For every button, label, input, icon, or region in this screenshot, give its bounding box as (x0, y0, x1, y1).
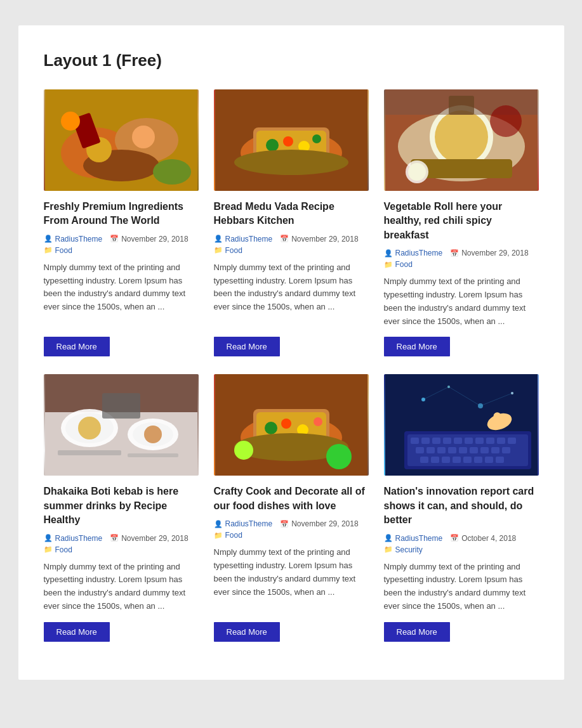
svg-rect-60 (475, 438, 484, 444)
calendar-icon: 📅 (110, 235, 119, 243)
card-category-row-4: 📁Food (44, 545, 199, 554)
svg-point-47 (314, 417, 322, 426)
read-more-button-3[interactable]: Read More (384, 337, 450, 356)
user-icon: 👤 (44, 534, 53, 542)
calendar-icon: 📅 (280, 520, 289, 528)
user-icon: 👤 (44, 235, 53, 243)
card-author-5: RadiusTheme (225, 519, 273, 528)
folder-icon: 📁 (214, 531, 223, 540)
folder-icon: 📁 (384, 545, 393, 554)
card-date-4: November 29, 2018 (121, 534, 188, 543)
card-title-6: Nation's innovation report card shows it… (384, 484, 539, 527)
card-title-5: Crafty Cook and Decorate all of our food… (214, 484, 369, 513)
card-category-1: Food (55, 246, 72, 255)
card-4: Dhakaika Boti kebab is here summer drink… (44, 374, 199, 641)
card-image-4 (44, 374, 199, 476)
folder-icon: 📁 (384, 261, 393, 269)
svg-rect-75 (442, 457, 450, 463)
svg-point-27 (490, 105, 522, 137)
card-excerpt-4: Nmply dummy text of the printing and typ… (44, 561, 199, 613)
card-author-4: RadiusTheme (55, 534, 103, 543)
card-excerpt-6: Nmply dummy text of the printing and typ… (384, 561, 539, 613)
svg-rect-38 (128, 453, 178, 457)
card-2: Bread Medu Vada Recipe Hebbars Kitchen👤R… (214, 89, 369, 356)
read-more-button-4[interactable]: Read More (44, 622, 110, 642)
svg-point-49 (326, 444, 352, 469)
read-more-button-2[interactable]: Read More (214, 337, 280, 356)
svg-rect-80 (496, 457, 504, 463)
card-meta-6: 👤RadiusTheme📅October 4, 2018 (384, 534, 539, 543)
card-meta-2: 👤RadiusTheme📅November 29, 2018 (214, 235, 369, 244)
svg-rect-68 (459, 447, 467, 453)
card-category-row-1: 📁Food (44, 246, 199, 255)
svg-point-44 (265, 422, 277, 434)
svg-rect-59 (465, 438, 473, 444)
card-3: Vegetable Roll here your healthy, red ch… (384, 89, 539, 356)
card-1: Freshly Premium Ingredients From Around … (44, 89, 199, 356)
svg-rect-65 (427, 447, 435, 453)
card-meta-3: 👤RadiusTheme📅November 29, 2018 (384, 249, 539, 257)
svg-point-36 (144, 426, 162, 443)
user-icon: 👤 (214, 520, 223, 528)
card-title-4: Dhakaika Boti kebab is here summer drink… (44, 484, 199, 527)
svg-rect-74 (431, 457, 439, 463)
svg-rect-64 (416, 447, 424, 453)
calendar-icon: 📅 (280, 235, 289, 243)
svg-rect-58 (454, 438, 462, 444)
folder-icon: 📁 (44, 246, 53, 254)
card-author-6: RadiusTheme (395, 534, 443, 543)
svg-point-26 (408, 163, 426, 181)
card-title-3: Vegetable Roll here your healthy, red ch… (384, 200, 539, 242)
card-category-row-3: 📁Food (384, 260, 539, 269)
card-image-1 (44, 89, 199, 191)
card-author-2: RadiusTheme (225, 235, 273, 244)
svg-point-8 (61, 112, 80, 131)
card-title-1: Freshly Premium Ingredients From Around … (44, 200, 199, 228)
user-icon: 👤 (384, 534, 393, 542)
card-title-2: Bread Medu Vada Recipe Hebbars Kitchen (214, 200, 369, 228)
svg-point-33 (78, 417, 101, 439)
svg-point-13 (266, 139, 279, 152)
svg-rect-72 (502, 447, 510, 453)
card-category-6: Security (395, 545, 423, 554)
svg-point-50 (234, 441, 253, 460)
svg-point-22 (435, 110, 488, 164)
svg-rect-78 (474, 457, 482, 463)
svg-rect-69 (470, 447, 478, 453)
user-icon: 👤 (214, 235, 223, 243)
card-image-2 (214, 89, 369, 191)
svg-rect-71 (491, 447, 499, 453)
card-category-3: Food (395, 260, 413, 269)
read-more-button-6[interactable]: Read More (384, 622, 450, 642)
calendar-icon: 📅 (450, 534, 459, 542)
card-date-1: November 29, 2018 (121, 235, 188, 244)
card-date-3: November 29, 2018 (461, 249, 528, 257)
calendar-icon: 📅 (110, 534, 119, 542)
svg-point-7 (153, 159, 191, 185)
card-meta-1: 👤RadiusTheme📅November 29, 2018 (44, 235, 199, 244)
card-excerpt-1: Nmply dummy text of the printing and typ… (44, 261, 199, 328)
svg-rect-37 (58, 450, 121, 455)
read-more-button-1[interactable]: Read More (44, 337, 110, 356)
folder-icon: 📁 (44, 545, 53, 554)
svg-rect-57 (443, 438, 451, 444)
svg-point-45 (281, 419, 291, 429)
svg-rect-55 (421, 438, 430, 444)
svg-rect-66 (437, 447, 446, 453)
svg-rect-61 (486, 438, 494, 444)
read-more-button-5[interactable]: Read More (214, 622, 280, 642)
user-icon: 👤 (384, 249, 393, 257)
svg-rect-70 (480, 447, 489, 453)
card-meta-5: 👤RadiusTheme📅November 29, 2018 (214, 519, 369, 528)
card-category-2: Food (225, 246, 242, 255)
svg-rect-77 (463, 457, 472, 463)
card-excerpt-2: Nmply dummy text of the printing and typ… (214, 261, 369, 328)
card-6: Nation's innovation report card shows it… (384, 374, 539, 641)
svg-rect-39 (102, 393, 140, 419)
card-image-3 (384, 89, 539, 191)
svg-rect-54 (411, 438, 419, 444)
card-5: Crafty Cook and Decorate all of our food… (214, 374, 369, 641)
svg-point-17 (234, 150, 348, 175)
svg-rect-28 (449, 96, 474, 115)
svg-point-14 (283, 136, 293, 146)
